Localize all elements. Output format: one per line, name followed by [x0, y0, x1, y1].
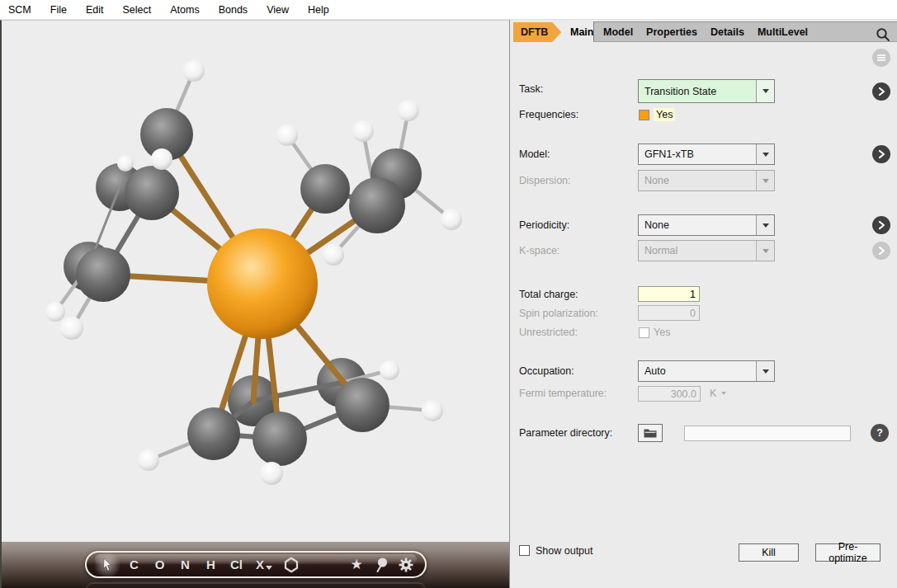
model-label: Model: [519, 148, 550, 160]
module-badge-dftb[interactable]: DFTB [513, 22, 561, 42]
carbon-atom[interactable] [187, 407, 240, 460]
spin-polarization-input [638, 305, 700, 321]
total-charge-label: Total charge: [519, 289, 578, 300]
spin-polarization-label: Spin polarization: [519, 308, 598, 319]
settings-panel: DFTB Main Model Properties Details Multi… [509, 20, 897, 588]
preoptimize-button[interactable]: Pre-optimize [815, 543, 880, 562]
total-charge-input[interactable] [638, 286, 700, 302]
metal-atom[interactable] [207, 228, 318, 339]
kill-button[interactable]: Kill [739, 543, 799, 562]
menu-bonds[interactable]: Bonds [219, 4, 257, 16]
hydrogen-atom[interactable] [276, 125, 298, 146]
kspace-select-arrow-icon [756, 241, 774, 261]
element-other-button[interactable]: X [249, 557, 279, 572]
task-select-arrow-icon[interactable] [756, 80, 774, 102]
menu-bar: SCM File Edit Select Atoms Bonds View He… [0, 0, 897, 20]
ring-tool-icon[interactable] [279, 557, 304, 573]
panel-menu-icon [872, 49, 890, 67]
menu-file[interactable]: File [50, 4, 76, 16]
element-carbon-button[interactable]: C [121, 557, 147, 572]
browse-folder-button[interactable] [638, 424, 663, 442]
carbon-atom[interactable] [300, 164, 350, 214]
dispersion-select-arrow-icon [756, 171, 774, 191]
gear-icon[interactable] [394, 557, 418, 573]
periodicity-select-arrow-icon[interactable] [756, 215, 774, 235]
kspace-details-chevron-icon [872, 242, 890, 260]
hydrogen-atom[interactable] [422, 400, 443, 421]
tab-strip: Model Properties Details MultiLevel [593, 21, 897, 42]
periodicity-label: Periodicity: [519, 219, 569, 231]
search-icon[interactable] [876, 27, 890, 42]
carbon-atom[interactable] [76, 247, 130, 302]
show-output-checkbox[interactable] [519, 545, 530, 556]
menu-atoms[interactable]: Atoms [170, 4, 208, 16]
element-oxygen-button[interactable]: O [147, 557, 172, 572]
occupation-select[interactable]: Auto [638, 360, 775, 382]
molecule-viewer[interactable]: C O N H Cl X ★ [0, 20, 509, 588]
parameter-directory-input[interactable] [684, 426, 851, 441]
parameter-directory-label: Parameter directory: [519, 427, 612, 439]
toolbar-reflection [85, 582, 427, 588]
hydrogen-atom[interactable] [138, 449, 159, 471]
folder-icon [644, 428, 657, 438]
menu-view[interactable]: View [267, 4, 298, 16]
hydrogen-atom[interactable] [441, 209, 462, 230]
task-label: Task: [519, 83, 543, 95]
hydrogen-atom[interactable] [117, 155, 134, 172]
periodicity-select[interactable]: None [638, 214, 775, 236]
unrestricted-label: Unrestricted: [519, 327, 578, 338]
balloon-tool-icon[interactable] [369, 557, 394, 573]
tab-model[interactable]: Model [597, 26, 640, 38]
parameter-directory-help-icon[interactable]: ? [871, 424, 889, 442]
hydrogen-atom[interactable] [151, 148, 172, 170]
tab-properties[interactable]: Properties [640, 26, 704, 38]
dispersion-label: Dispersion: [519, 175, 571, 186]
fermi-temperature-label: Fermi temperature: [519, 388, 607, 399]
hydrogen-atom[interactable] [352, 120, 374, 142]
kspace-label: K-space: [519, 245, 559, 256]
element-hydrogen-button[interactable]: H [198, 557, 224, 572]
hydrogen-atom[interactable] [380, 360, 399, 380]
frequencies-label: Frequencies: [519, 109, 578, 120]
tab-multilevel[interactable]: MultiLevel [751, 26, 814, 38]
model-select[interactable]: GFN1-xTB [638, 143, 775, 165]
hydrogen-atom[interactable] [323, 244, 344, 266]
hydrogen-atom[interactable] [398, 100, 419, 121]
occupation-select-arrow-icon[interactable] [756, 361, 774, 381]
structures-star-icon[interactable]: ★ [344, 556, 369, 573]
tab-details[interactable]: Details [704, 26, 751, 38]
menu-scm[interactable]: SCM [8, 4, 40, 16]
carbon-atom[interactable] [253, 412, 307, 466]
element-chlorine-button[interactable]: Cl [224, 557, 249, 572]
model-select-arrow-icon[interactable] [756, 144, 774, 164]
hydrogen-atom[interactable] [260, 462, 283, 485]
periodicity-details-chevron-icon[interactable] [872, 216, 890, 234]
hydrogen-atom[interactable] [45, 302, 65, 322]
occupation-label: Occupation: [519, 365, 574, 377]
molecule-svg[interactable] [2, 21, 509, 588]
element-other-caret-icon [266, 566, 272, 570]
unrestricted-checkbox [639, 327, 649, 338]
show-output-label[interactable]: Show output [536, 545, 593, 557]
model-details-chevron-icon[interactable] [872, 145, 890, 163]
carbon-atom[interactable] [335, 378, 389, 432]
hydrogen-atom[interactable] [60, 317, 83, 340]
dispersion-select: None [638, 170, 775, 191]
carbon-atom[interactable] [349, 177, 405, 233]
fermi-temperature-unit: K [710, 388, 716, 399]
hydrogen-atom[interactable] [183, 60, 205, 82]
task-details-chevron-icon[interactable] [872, 82, 890, 101]
frequencies-yes-label[interactable]: Yes [654, 108, 675, 121]
menu-help[interactable]: Help [308, 4, 338, 16]
unrestricted-yes-label: Yes [654, 327, 670, 338]
carbon-atom[interactable] [125, 166, 179, 220]
frequencies-checkbox[interactable] [639, 110, 649, 120]
menu-edit[interactable]: Edit [86, 4, 113, 16]
menu-select[interactable]: Select [122, 4, 160, 16]
builder-toolbar: C O N H Cl X ★ [85, 551, 427, 578]
task-select[interactable]: Transition State [638, 79, 775, 103]
pointer-tool-icon[interactable] [93, 553, 121, 577]
element-nitrogen-button[interactable]: N [172, 557, 198, 572]
fermi-unit-caret-icon [721, 392, 726, 395]
application-window: SCM File Edit Select Atoms Bonds View He… [0, 0, 897, 588]
